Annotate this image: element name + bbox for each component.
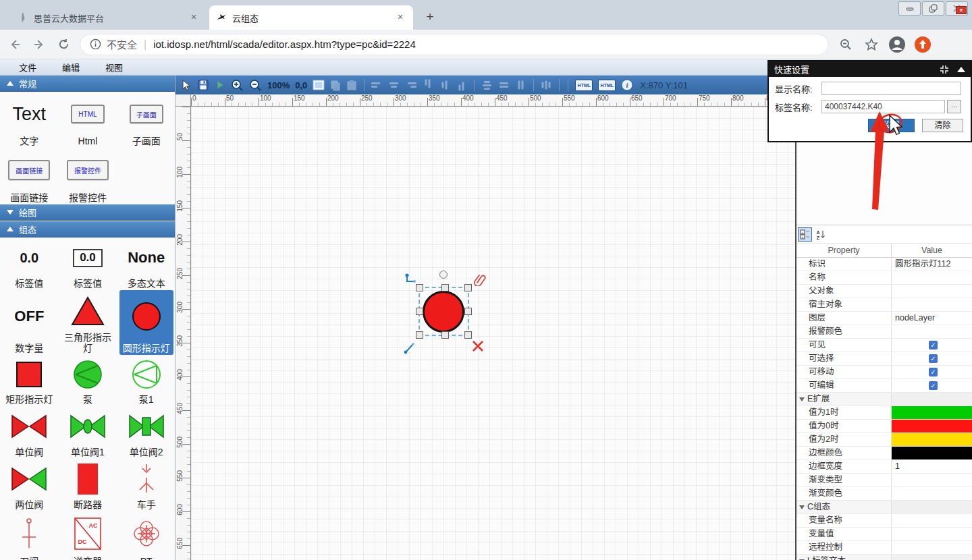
section-header-general[interactable]: 常规: [0, 76, 176, 92]
palette-item-pump1[interactable]: 泵1: [119, 355, 173, 406]
property-row[interactable]: 可编辑: [796, 379, 972, 393]
browser-update-button[interactable]: [914, 36, 932, 53]
property-row[interactable]: 报警颜色: [796, 325, 972, 339]
property-row[interactable]: 变量名称: [796, 514, 972, 528]
resize-handle-n[interactable]: [441, 284, 449, 291]
distribute-vertical-icon[interactable]: [542, 80, 551, 91]
url-omnibox[interactable]: 不安全 | iot.idosp.net/html/scada/editor.as…: [80, 34, 829, 55]
resize-handle-s[interactable]: [441, 331, 449, 339]
group-collapse-icon[interactable]: [799, 505, 805, 509]
resize-handle-ne[interactable]: [464, 284, 472, 291]
delete-x-icon[interactable]: [471, 339, 485, 353]
same-height-icon[interactable]: [516, 80, 526, 91]
tab-siup-cloud[interactable]: 思普云大数据平台 ×: [11, 5, 207, 30]
property-row[interactable]: 值为0时: [796, 420, 972, 433]
property-row[interactable]: 图层nodeLayer: [796, 312, 972, 325]
canvas-settings-icon[interactable]: [313, 80, 325, 90]
tag-name-input[interactable]: [821, 100, 945, 113]
palette-item-pump[interactable]: 泵: [61, 355, 115, 406]
property-row[interactable]: 远程控制: [796, 541, 972, 555]
line-tool-icon[interactable]: [403, 341, 416, 355]
back-button[interactable]: [5, 35, 24, 54]
palette-item-unit-valve1[interactable]: 单位阀1: [61, 406, 115, 459]
group-collapse-icon[interactable]: [799, 397, 805, 401]
palette-item-two-way-valve[interactable]: 两位阀: [2, 459, 56, 511]
resize-handle-e[interactable]: [464, 308, 472, 315]
tab-cloud-scada[interactable]: 云组态 ×: [209, 5, 413, 30]
property-row[interactable]: 边框颜色: [796, 447, 972, 460]
forward-button[interactable]: [30, 35, 49, 54]
connector-tool-icon[interactable]: [404, 272, 417, 285]
color-swatch[interactable]: [892, 420, 972, 432]
property-row[interactable]: 渐变颜色: [796, 487, 972, 501]
zoom-out-icon[interactable]: [249, 79, 262, 92]
color-swatch[interactable]: [892, 433, 972, 446]
new-tab-button[interactable]: +: [421, 8, 439, 26]
palette-item-circle-indicator[interactable]: 圆形指示灯: [119, 290, 173, 355]
palette-item-multistate-text[interactable]: None多态文本: [119, 237, 173, 290]
same-width-icon[interactable]: [498, 80, 510, 90]
collapse-dialog-icon[interactable]: [957, 67, 965, 72]
align-middle-icon[interactable]: [440, 80, 450, 91]
palette-item-pt[interactable]: PT: [119, 511, 173, 560]
resize-handle-sw[interactable]: [416, 331, 423, 339]
bookmark-star-icon[interactable]: [863, 36, 880, 53]
property-group-row[interactable]: L标签文本: [796, 555, 972, 560]
menu-file[interactable]: 文件: [12, 61, 43, 74]
display-name-input[interactable]: [821, 82, 961, 95]
pointer-tool-icon[interactable]: [180, 79, 192, 91]
distribute-horizontal-icon[interactable]: [481, 80, 493, 90]
paste-icon[interactable]: [346, 80, 357, 91]
align-right-icon[interactable]: [405, 80, 416, 90]
profile-avatar[interactable]: [888, 36, 906, 53]
align-left-icon[interactable]: [371, 80, 383, 90]
minimize-button[interactable]: [898, 1, 921, 16]
color-swatch[interactable]: [892, 406, 972, 419]
browse-tag-button[interactable]: ...: [947, 100, 961, 113]
property-row[interactable]: 变量值: [796, 528, 972, 541]
property-group-row[interactable]: C组态: [796, 501, 972, 514]
palette-item-tag-value-boxed[interactable]: 0.0标签值: [61, 237, 115, 290]
info-circle-icon[interactable]: [90, 38, 101, 50]
export-html-icon[interactable]: HTML: [575, 80, 593, 91]
checkbox-checked-icon[interactable]: [929, 368, 938, 376]
menu-view[interactable]: 视图: [99, 61, 130, 74]
save-icon[interactable]: [197, 79, 209, 91]
palette-item-breaker[interactable]: 断路器: [61, 459, 115, 511]
zoom-indicator-icon[interactable]: [837, 36, 855, 53]
palette-item-rect-indicator[interactable]: 矩形指示灯: [2, 355, 56, 406]
zoom-in-icon[interactable]: [231, 79, 244, 92]
checkbox-checked-icon[interactable]: [929, 354, 938, 363]
align-center-icon[interactable]: [388, 80, 400, 90]
align-top-icon[interactable]: [423, 80, 433, 91]
palette-item-tag-value[interactable]: 0.0标签值: [2, 237, 56, 290]
palette-item-triangle-indicator[interactable]: 三角形指示灯: [61, 290, 115, 355]
palette-item-unit-valve2[interactable]: 单位阀2: [119, 406, 173, 459]
property-row[interactable]: 名称: [796, 271, 972, 285]
menu-edit[interactable]: 编辑: [55, 61, 86, 74]
resize-handle-w[interactable]: [416, 308, 423, 315]
property-row[interactable]: 边框宽度1: [796, 460, 972, 474]
property-row[interactable]: 宿主对象: [796, 298, 972, 312]
categorized-view-button[interactable]: ++: [798, 227, 812, 242]
palette-item-subscreen[interactable]: 子画面子画面: [119, 92, 173, 148]
design-canvas[interactable]: [191, 107, 795, 560]
palette-item-knife-valve[interactable]: 刀阀: [2, 511, 56, 560]
property-row[interactable]: 值为1时: [796, 406, 972, 420]
attach-paperclip-icon[interactable]: [473, 273, 487, 286]
property-row[interactable]: 标识圆形指示灯112: [796, 258, 972, 271]
property-row[interactable]: 可移动: [796, 366, 972, 379]
tab-close-icon[interactable]: ×: [188, 11, 200, 24]
run-icon[interactable]: [215, 80, 225, 90]
set-button[interactable]: 设置: [868, 119, 915, 132]
property-row[interactable]: 父对象: [796, 285, 972, 298]
rotate-handle[interactable]: [439, 271, 448, 279]
property-group-row[interactable]: E扩展: [796, 393, 972, 406]
tab-close-icon[interactable]: ×: [394, 11, 406, 24]
property-row[interactable]: 值为2时: [796, 433, 972, 447]
palette-item-inverter[interactable]: ACDC逆变器: [61, 511, 115, 560]
sort-az-button[interactable]: AZ: [813, 227, 828, 242]
clear-button[interactable]: 清除: [922, 119, 963, 132]
dock-icon[interactable]: [940, 65, 949, 74]
copy-icon[interactable]: [330, 80, 341, 91]
